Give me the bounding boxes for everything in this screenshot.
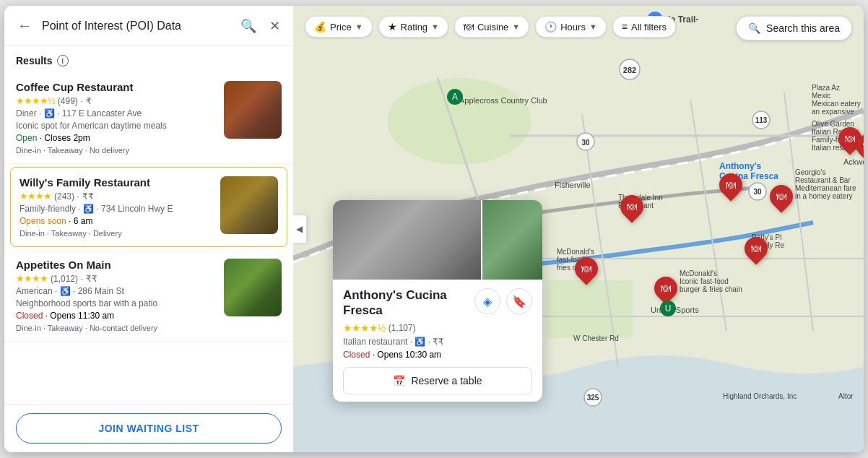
collapse-panel-button[interactable]: ◀ (293, 215, 307, 243)
map-marker-pattys[interactable]: 🍽 (745, 237, 768, 260)
popup-save-button[interactable]: 🔖 (506, 288, 532, 314)
georgio-marker-icon: 🍽 (776, 191, 786, 202)
svg-point-10 (620, 59, 640, 79)
map-marker-applecross[interactable]: A (447, 89, 463, 105)
label-ackworth: Ackworth (843, 157, 864, 166)
mcdonalds2-marker-icon: 🍽 (661, 282, 671, 294)
popup-navigate-button[interactable]: ◈ (474, 288, 500, 314)
popup-side-image (481, 200, 542, 280)
stars-icon: ★★★★½ (16, 95, 55, 106)
filter-chip-all[interactable]: ≡ All filters (612, 16, 676, 38)
svg-line-6 (690, 100, 726, 331)
result-card-coffee-cup[interactable]: Coffee Cup Restaurant ★★★★½ (499) · ₹ Di… (4, 72, 293, 164)
popup-status-text: Closed (343, 350, 370, 360)
label-w-chester: W Chester Rd (573, 334, 619, 342)
popup-main-image (333, 200, 481, 280)
result-desc: Iconic spot for American daytime meals (16, 121, 217, 131)
result-name: Coffee Cup Restaurant (16, 81, 217, 93)
stars-row: ★★★★ (1,012) · ₹₹ (16, 273, 217, 284)
result-type: American · ♿ · 286 Main St (16, 286, 217, 296)
search-area-label: Search this area (766, 22, 840, 34)
popup-restaurant-name: Anthony's Cucina Fresca (343, 288, 474, 318)
result-thumbnail-willys (220, 176, 278, 234)
label-highland: Highland Orchards, Inc (723, 392, 797, 400)
popup-body: Anthony's Cucina Fresca ◈ 🔖 ★★★★½ (1,107… (333, 280, 542, 402)
search-button[interactable]: 🔍 (238, 15, 259, 37)
svg-point-12 (577, 133, 594, 150)
all-filters-icon: ≡ (622, 21, 628, 33)
all-filters-label: All filters (631, 22, 667, 33)
join-btn-container: JOIN WAITING LIST (4, 404, 293, 452)
search-header: ← Point of Interest (POI) Data 🔍 ✕ (4, 6, 293, 46)
results-header: Results i (4, 46, 293, 72)
anthonys-marker-icon: 🍽 (726, 179, 736, 191)
price-badge: ₹ (86, 96, 92, 106)
map-marker-united-sports[interactable]: U (660, 301, 676, 316)
join-waiting-list-button[interactable]: JOIN WAITING LIST (16, 413, 282, 444)
map-marker-anthonys[interactable]: 🍽 (719, 173, 742, 196)
popup-rating-count: (1,107) (389, 323, 416, 333)
svg-line-7 (784, 92, 813, 331)
results-info-icon[interactable]: i (57, 55, 69, 66)
app-container: ← Point of Interest (POI) Data 🔍 ✕ Resul… (4, 6, 864, 452)
close-button[interactable]: ✕ (266, 15, 283, 37)
popup-images (333, 200, 542, 280)
status-text: Closed (16, 311, 43, 321)
svg-text:30: 30 (753, 188, 762, 196)
result-card-willys[interactable]: Willy's Family Restaurant ★★★★ (243) · ₹… (10, 167, 287, 247)
map-marker-olive2[interactable]: 🍽 (856, 134, 864, 157)
cuisine-chevron: ▼ (512, 22, 520, 31)
label-fisherville: Fisherville (555, 181, 591, 189)
reserve-label: Reserve a table (411, 375, 482, 386)
result-desc: Neighborhood sports bar with a patio (16, 298, 217, 308)
reserve-table-button[interactable]: 📅 Reserve a table (343, 367, 532, 394)
rating-icon: ★ (388, 21, 397, 33)
filter-chip-rating[interactable]: ★ Rating ▼ (378, 16, 448, 38)
rating-count: (243) · (54, 191, 79, 202)
filter-chip-hours[interactable]: 🕐 Hours ▼ (535, 16, 607, 38)
map-panel[interactable]: 282 30 30 340 340 113 325 💰 Price ▼ (293, 6, 864, 452)
result-thumbnail-coffee (224, 81, 282, 139)
united-sports-icon: U (660, 301, 676, 316)
result-info-coffee-cup: Coffee Cup Restaurant ★★★★½ (499) · ₹ Di… (16, 81, 217, 155)
map-marker-mcdonalds2[interactable]: 🍽 (654, 277, 677, 300)
panel-title: Point of Interest (POI) Data (42, 20, 230, 33)
svg-text:30: 30 (581, 139, 590, 147)
svg-point-22 (584, 389, 602, 406)
map-marker-mcdonalds1[interactable]: 🍽 (575, 257, 598, 280)
filter-chip-cuisine[interactable]: 🍽 Cuisine ▼ (454, 16, 529, 38)
label-altor: Altor (838, 392, 854, 400)
result-status: Closed · Opens 11:30 am (16, 311, 217, 321)
popup-actions: ◈ 🔖 (474, 288, 532, 314)
svg-point-20 (752, 111, 770, 129)
price-badge: ₹₹ (82, 191, 94, 202)
olive2-marker-icon: 🍽 (863, 140, 864, 152)
result-type: Diner · ♿ · 117 E Lancaster Ave (16, 108, 217, 118)
result-card-appetites[interactable]: Appetites On Main ★★★★ (1,012) · ₹₹ Amer… (4, 250, 293, 342)
back-button[interactable]: ← (14, 14, 35, 37)
filter-chip-price[interactable]: 💰 Price ▼ (305, 16, 373, 38)
map-filter-bar: 💰 Price ▼ ★ Rating ▼ 🍽 Cuisine ▼ 🕐 Hours… (305, 16, 676, 38)
status-detail: · Opens 11:30 am (45, 311, 114, 321)
status-detail: · 6 am (69, 216, 92, 226)
price-label: Price (330, 22, 352, 33)
result-type: Family-friendly · ♿ · 734 Lincoln Hwy E (19, 204, 213, 214)
olive1-marker-icon: 🍽 (845, 133, 855, 144)
svg-point-14 (749, 183, 766, 200)
results-label: Results (16, 55, 53, 66)
rating-count: (1,012) · (51, 274, 83, 284)
left-panel: ← Point of Interest (POI) Data 🔍 ✕ Resul… (4, 6, 293, 452)
svg-text:325: 325 (587, 394, 599, 402)
result-info-willys: Willy's Family Restaurant ★★★★ (243) · ₹… (19, 176, 213, 238)
rating-label: Rating (401, 22, 428, 33)
popup-status-detail: · Opens 10:30 am (373, 350, 441, 360)
applecross-icon: A (447, 89, 463, 105)
popup-type: Italian restaurant · ♿ · ₹₹ (343, 337, 532, 347)
map-marker-thorndale[interactable]: 🍽 (620, 195, 643, 218)
result-features: Dine-in · Takeaway · No-contact delivery (16, 324, 217, 332)
result-name: Appetites On Main (16, 259, 217, 271)
search-area-button[interactable]: 🔍 Search this area (736, 16, 852, 40)
svg-line-5 (582, 114, 618, 367)
map-marker-georgio[interactable]: 🍽 (770, 185, 793, 208)
popup-status: Closed · Opens 10:30 am (343, 350, 532, 360)
